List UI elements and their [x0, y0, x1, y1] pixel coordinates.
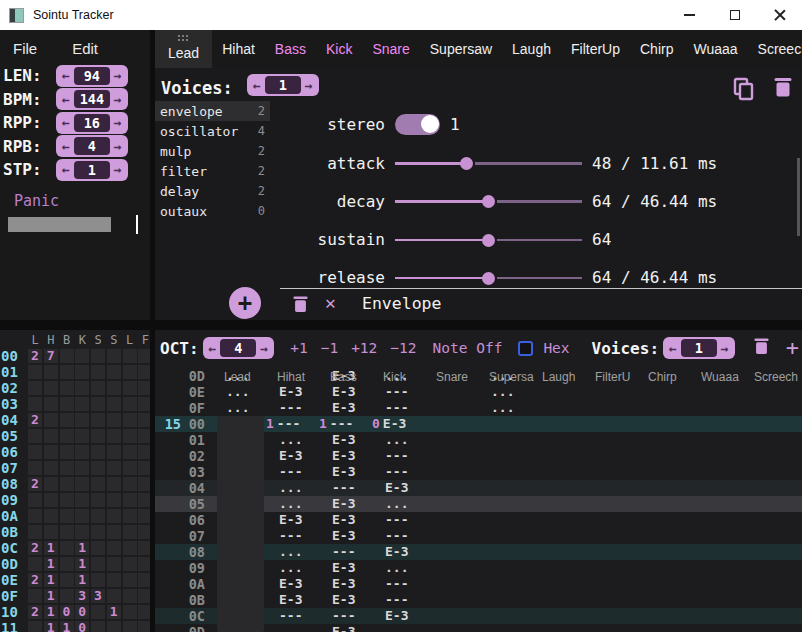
order-cell[interactable] — [107, 413, 121, 427]
note-cell[interactable]: E-3 — [323, 384, 376, 400]
note-cell[interactable]: E-3 — [323, 432, 376, 448]
order-cell[interactable] — [123, 381, 137, 395]
order-cell[interactable] — [44, 477, 58, 491]
copy-instrument-button[interactable] — [733, 77, 755, 105]
note-cell[interactable]: --- — [376, 400, 429, 416]
order-cell[interactable] — [75, 509, 89, 523]
order-cell[interactable] — [123, 509, 137, 523]
stepper-increment-button[interactable]: → — [301, 78, 317, 93]
order-cell[interactable]: 1 — [75, 557, 89, 571]
order-cell[interactable] — [60, 381, 74, 395]
order-cell[interactable] — [60, 525, 74, 539]
note-cell[interactable]: ... — [376, 560, 429, 576]
order-cell[interactable]: 0 — [75, 605, 89, 619]
order-cell[interactable] — [60, 349, 74, 363]
order-cell[interactable] — [44, 365, 58, 379]
order-cell[interactable]: 1 — [44, 621, 58, 632]
order-cell[interactable] — [28, 445, 42, 459]
note-cell[interactable]: ... — [270, 480, 323, 496]
order-cell[interactable]: 1 — [44, 557, 58, 571]
order-cell[interactable]: 2 — [28, 605, 42, 619]
order-cell[interactable]: 2 — [28, 541, 42, 555]
order-cell[interactable] — [123, 397, 137, 411]
hex-checkbox[interactable] — [518, 341, 533, 356]
order-cell[interactable] — [138, 381, 150, 395]
tab-bass[interactable]: Bass — [265, 30, 316, 68]
note-cell[interactable]: --- — [270, 528, 323, 544]
transpose-button-−1[interactable]: −1 — [321, 340, 338, 356]
slider-handle[interactable] — [482, 272, 495, 285]
param-slider[interactable] — [395, 270, 582, 286]
order-cell[interactable] — [28, 621, 42, 632]
order-cell[interactable] — [123, 445, 137, 459]
order-cell[interactable] — [107, 541, 121, 555]
order-cell[interactable] — [123, 541, 137, 555]
stepper-value[interactable]: 1 — [265, 76, 301, 94]
order-cell[interactable]: 1 — [44, 605, 58, 619]
order-cell[interactable] — [91, 445, 105, 459]
order-cell[interactable] — [44, 397, 58, 411]
order-cell[interactable] — [91, 397, 105, 411]
order-cell[interactable] — [138, 621, 150, 632]
note-cell[interactable]: E-3 — [376, 608, 429, 624]
tab-laugh[interactable]: Laugh — [502, 30, 561, 68]
order-cell[interactable] — [123, 413, 137, 427]
stepper-increment-button[interactable]: → — [110, 139, 126, 154]
order-cell[interactable] — [91, 429, 105, 443]
note-cell[interactable]: --- — [376, 512, 429, 528]
add-unit-button[interactable]: + — [229, 287, 261, 319]
order-cell[interactable] — [123, 573, 137, 587]
order-cell[interactable] — [44, 525, 58, 539]
delete-instrument-button[interactable] — [773, 75, 793, 103]
order-cell[interactable] — [138, 605, 150, 619]
tab-supersaw[interactable]: Supersaw — [420, 30, 502, 68]
stereo-toggle[interactable] — [395, 114, 440, 135]
order-cell[interactable] — [91, 461, 105, 475]
note-cell[interactable]: --- — [376, 592, 429, 608]
note-cell[interactable]: --- — [376, 384, 429, 400]
param-slider[interactable] — [395, 232, 582, 248]
params-scrollbar[interactable] — [797, 158, 800, 236]
tab-hihat[interactable]: Hihat — [212, 30, 265, 68]
stepper-value[interactable]: 94 — [74, 67, 110, 85]
order-cell[interactable] — [91, 381, 105, 395]
note-cell[interactable]: E-3 — [323, 512, 376, 528]
note-cell[interactable]: --- — [376, 464, 429, 480]
order-cell[interactable] — [28, 493, 42, 507]
minimize-button[interactable] — [667, 0, 712, 30]
order-cell[interactable] — [28, 461, 42, 475]
order-cell[interactable] — [138, 557, 150, 571]
order-cell[interactable]: 1 — [107, 605, 121, 619]
order-cell[interactable] — [123, 621, 137, 632]
order-cell[interactable] — [44, 493, 58, 507]
slider-handle[interactable] — [482, 234, 495, 247]
order-cell[interactable] — [123, 525, 137, 539]
transpose-button-−12[interactable]: −12 — [390, 340, 416, 356]
order-cell[interactable] — [75, 445, 89, 459]
order-cell[interactable] — [91, 349, 105, 363]
order-cell[interactable] — [123, 557, 137, 571]
order-cell[interactable] — [138, 429, 150, 443]
order-cell[interactable] — [123, 429, 137, 443]
note-cell[interactable]: --- — [376, 448, 429, 464]
order-cell[interactable] — [138, 461, 150, 475]
stepper-decrement-button[interactable]: ← — [665, 341, 681, 356]
stepper-increment-button[interactable]: → — [717, 341, 733, 356]
order-cell[interactable] — [107, 381, 121, 395]
note-cell[interactable]: 1--- — [323, 416, 376, 432]
stepper-value[interactable]: 4 — [74, 137, 110, 155]
tab-chirp[interactable]: Chirp — [630, 30, 683, 68]
order-cell[interactable] — [44, 509, 58, 523]
order-cell[interactable] — [107, 365, 121, 379]
note-cell[interactable]: E-3 — [376, 544, 429, 560]
stepper-increment-button[interactable]: → — [110, 162, 126, 177]
tab-snare[interactable]: Snare — [362, 30, 419, 68]
order-cell[interactable] — [107, 397, 121, 411]
tab-filterup[interactable]: FilterUp — [561, 30, 630, 68]
order-cell[interactable] — [91, 365, 105, 379]
order-cell[interactable] — [107, 621, 121, 632]
unit-item-outaux[interactable]: outaux0 — [155, 201, 270, 221]
order-cell[interactable] — [123, 493, 137, 507]
tab-wuaaa[interactable]: Wuaaa — [683, 30, 747, 68]
stepper-value[interactable]: 1 — [74, 161, 110, 179]
